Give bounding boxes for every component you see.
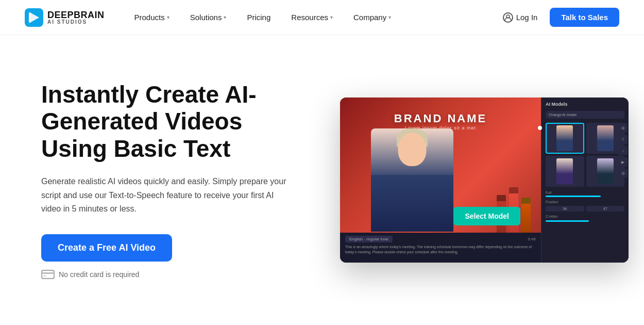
logo-aistudios-text: AI STUDIOS (47, 20, 105, 25)
svg-rect-6 (43, 275, 46, 277)
chevron-down-icon: ▾ (388, 14, 391, 20)
z-index-label: Z-index (546, 215, 557, 218)
position-label: Position (546, 200, 558, 204)
svg-rect-4 (42, 270, 54, 279)
select-model-button[interactable]: Select Model (453, 207, 520, 225)
credit-card-icon (41, 270, 55, 279)
scale-slider[interactable] (546, 196, 601, 197)
scale-label: Full (546, 191, 624, 194)
language-badge: English - regular tone (345, 236, 393, 242)
hero-description: Generate realistic AI videos quickly and… (41, 175, 289, 216)
create-video-button[interactable]: Create a Free AI Video (41, 234, 172, 262)
chevron-down-icon: ▾ (330, 14, 333, 20)
hero-right: BRAND NAME Lorem ipsum dolor sit a met (340, 98, 629, 263)
model-card-1[interactable] (546, 123, 584, 154)
nav-products[interactable]: Products ▾ (125, 9, 179, 26)
navigation: DEEPBRAIN AI STUDIOS Products ▾ Solution… (0, 0, 644, 35)
panel-controls: Full Position 34 47 Z-index (546, 191, 624, 222)
brand-overlay: BRAND NAME Lorem ipsum dolor sit a met (394, 112, 487, 131)
position-row: Position (546, 200, 624, 204)
login-button[interactable]: Log In (495, 8, 546, 27)
panel-icon-5[interactable]: ⚙ (618, 169, 628, 178)
video-controls: English - regular tone 0:46 This is an a… (340, 233, 541, 263)
model-grid (546, 123, 624, 187)
nav-company[interactable]: Company ▾ (344, 9, 400, 26)
ai-presenter (371, 128, 453, 232)
talk-to-sales-button[interactable]: Talk to Sales (550, 8, 619, 27)
panel-icon-2[interactable]: T (618, 135, 628, 144)
hero-left: Instantly Create AI-Generated Videos Usi… (41, 81, 309, 280)
chevron-down-icon: ▾ (224, 14, 226, 20)
hero-section: Instantly Create AI-Generated Videos Usi… (0, 35, 644, 325)
panel-icon-buttons: ⊞ T ♪ ▶ ⚙ (618, 123, 628, 178)
user-icon (503, 12, 513, 23)
change-model-btn[interactable]: Change AI model (546, 111, 624, 119)
ai-models-panel: AI Models Change AI model (541, 98, 629, 263)
logo[interactable]: DEEPBRAIN AI STUDIOS (25, 8, 105, 27)
svg-rect-2 (29, 12, 31, 23)
nav-links: Products ▾ Solutions ▾ Pricing Resources… (125, 9, 495, 26)
z-index-slider[interactable] (546, 220, 589, 222)
panel-title: AI Models (546, 102, 624, 107)
video-time: 0:46 (528, 237, 536, 241)
presenter-outfit (371, 175, 453, 232)
panel-icon-1[interactable]: ⊞ (618, 123, 628, 133)
position-x[interactable]: 34 (546, 206, 584, 212)
position-y[interactable]: 47 (586, 206, 625, 212)
lipstick-3 (521, 201, 531, 234)
video-preview: BRAND NAME Lorem ipsum dolor sit a met (340, 98, 541, 263)
nav-right: Log In Talk to Sales (495, 8, 619, 27)
logo-deepbrain-text: DEEPBRAIN (47, 10, 105, 20)
cursor-indicator (538, 126, 542, 130)
logo-icon (25, 8, 43, 27)
chevron-down-icon: ▾ (167, 14, 170, 20)
model-card-3[interactable] (546, 156, 584, 187)
panel-icon-4[interactable]: ▶ (618, 157, 628, 167)
hero-screenshot: BRAND NAME Lorem ipsum dolor sit a met (340, 98, 629, 263)
no-credit-card-notice: No credit card is required (41, 270, 309, 279)
hero-title: Instantly Create AI-Generated Videos Usi… (41, 81, 309, 163)
nav-pricing[interactable]: Pricing (238, 9, 280, 26)
panel-icon-3[interactable]: ♪ (618, 146, 628, 155)
presenter-head (398, 133, 427, 166)
nav-resources[interactable]: Resources ▾ (282, 9, 342, 26)
nav-solutions[interactable]: Solutions ▾ (181, 9, 236, 26)
script-text: This is an amazingly where today's meeti… (345, 245, 536, 255)
svg-rect-5 (42, 272, 54, 274)
z-index-row: Z-index (546, 215, 624, 218)
